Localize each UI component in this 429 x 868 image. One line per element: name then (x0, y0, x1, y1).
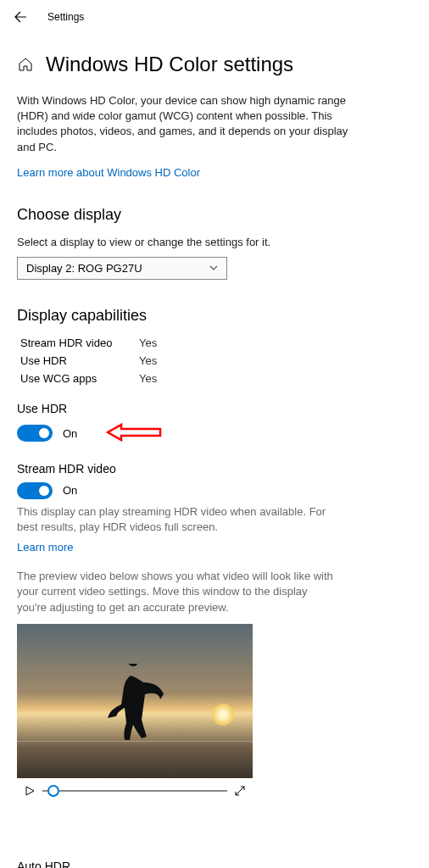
cap-value: Yes (139, 337, 157, 349)
choose-display-heading: Choose display (17, 206, 412, 224)
display-select[interactable]: Display 2: ROG PG27U (17, 257, 227, 280)
home-icon (17, 56, 34, 73)
preview-hint: The preview video below shows you what v… (17, 569, 339, 615)
scrubber-thumb[interactable] (47, 785, 59, 797)
intro-text: With Windows HD Color, your device can s… (17, 93, 356, 155)
stream-hdr-state: On (63, 484, 77, 497)
cap-row: Stream HDR videoYes (20, 337, 412, 349)
cap-value: Yes (139, 354, 157, 367)
capabilities-table: Stream HDR videoYes Use HDRYes Use WCG a… (20, 337, 412, 385)
window-title: Settings (47, 11, 84, 23)
use-hdr-state: On (63, 427, 77, 440)
cap-label: Use WCG apps (20, 372, 139, 385)
stream-hdr-label: Stream HDR video (17, 462, 412, 476)
display-select-value: Display 2: ROG PG27U (26, 262, 142, 275)
play-button[interactable] (24, 785, 36, 797)
preview-railing (17, 741, 253, 763)
play-icon (24, 785, 36, 797)
fullscreen-icon (234, 785, 246, 797)
cap-label: Stream HDR video (20, 337, 139, 349)
stream-hdr-hint: This display can play streaming HDR vide… (17, 504, 339, 535)
cap-value: Yes (139, 372, 157, 385)
stream-hdr-toggle[interactable] (17, 482, 53, 499)
use-hdr-label: Use HDR (17, 402, 412, 415)
learn-more-stream-link[interactable]: Learn more (17, 541, 73, 554)
cap-row: Use HDRYes (20, 354, 412, 367)
home-button[interactable] (17, 56, 34, 73)
learn-more-hd-color-link[interactable]: Learn more about Windows HD Color (17, 166, 200, 179)
choose-display-instruction: Select a display to view or change the s… (17, 236, 412, 248)
arrow-left-icon (14, 10, 27, 24)
video-scrubber[interactable] (42, 790, 227, 792)
annotation-arrow-icon (106, 422, 162, 445)
back-button[interactable] (10, 7, 31, 27)
preview-sun-icon (212, 704, 234, 726)
preview-silhouette (105, 664, 164, 744)
cap-row: Use WCG appsYes (20, 372, 412, 385)
use-hdr-toggle[interactable] (17, 425, 53, 442)
auto-hdr-label: Auto HDR (17, 860, 412, 868)
preview-video[interactable] (17, 624, 253, 778)
fullscreen-button[interactable] (234, 785, 246, 797)
capabilities-heading: Display capabilities (17, 307, 412, 325)
page-title: Windows HD Color settings (46, 53, 293, 76)
cap-label: Use HDR (20, 354, 139, 367)
